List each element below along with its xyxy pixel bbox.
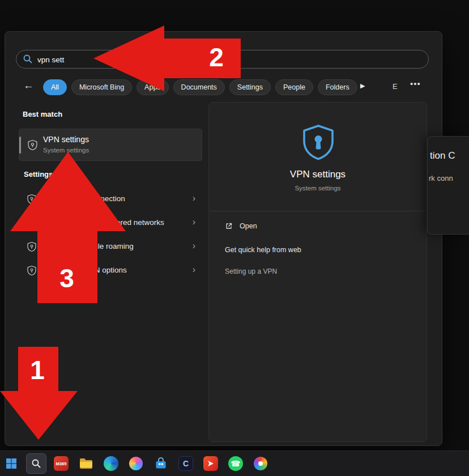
whatsapp-icon: ☎ xyxy=(228,456,243,471)
web-help-link[interactable]: Setting up a VPN xyxy=(225,267,277,275)
taskbar-file-explorer[interactable] xyxy=(76,453,96,474)
taskbar-whatsapp[interactable]: ☎ xyxy=(225,453,246,474)
tab-partial[interactable]: E xyxy=(393,82,398,91)
taskbar-microsoft-store[interactable] xyxy=(151,453,171,474)
annotation-number-2: 2 xyxy=(204,42,229,73)
taskbar-microsoft-365[interactable]: M365 xyxy=(51,453,71,474)
taskbar-edge[interactable] xyxy=(101,453,121,474)
desktop: ← All Microsoft Bing Apps Documents Sett… xyxy=(0,0,469,476)
chevron-right-icon: › xyxy=(193,194,195,203)
best-match-heading: Best match xyxy=(23,110,62,118)
preview-title: VPN settings xyxy=(209,169,427,180)
microsoft-365-icon: M365 xyxy=(54,456,69,471)
background-window-fragment: tion C rk conn xyxy=(427,136,469,235)
store-bag-icon xyxy=(154,457,168,470)
open-action[interactable]: Open xyxy=(225,221,257,231)
background-window-text: rk conn xyxy=(429,174,453,182)
taskbar: M365 xyxy=(0,450,469,476)
windows-logo-icon xyxy=(6,458,17,469)
tab-folders[interactable]: Folders xyxy=(318,79,357,95)
preview-pane: VPN settings System settings Open Get qu… xyxy=(208,102,427,442)
tab-scroll-next-icon[interactable]: ▶ xyxy=(360,82,365,90)
taskbar-red-arrow-app[interactable] xyxy=(201,453,221,474)
preview-subtitle: System settings xyxy=(209,185,427,192)
chevron-right-icon: › xyxy=(193,265,195,274)
chevron-right-icon: › xyxy=(193,218,195,227)
search-icon xyxy=(23,54,33,64)
taskbar-copilot[interactable] xyxy=(126,453,146,474)
web-help-heading: Get quick help from web xyxy=(225,246,301,254)
back-button[interactable]: ← xyxy=(23,79,34,92)
folder-icon xyxy=(79,456,93,471)
best-match-title: VPN settings xyxy=(43,135,89,144)
photos-icon xyxy=(254,457,267,470)
open-external-icon xyxy=(225,222,233,230)
shield-icon xyxy=(28,139,37,151)
open-label: Open xyxy=(240,222,257,230)
annotation-number-3: 3 xyxy=(54,263,79,294)
divider xyxy=(210,211,426,211)
taskbar-clipchamp[interactable]: C xyxy=(176,453,196,474)
background-window-text: tion C xyxy=(430,150,455,162)
clipchamp-icon: C xyxy=(178,456,193,471)
tab-all[interactable]: All xyxy=(43,79,67,95)
red-arrow-app-icon xyxy=(203,456,218,471)
edge-browser-icon xyxy=(104,456,118,471)
vpn-shield-lock-icon xyxy=(301,124,335,160)
search-icon xyxy=(31,458,41,469)
taskbar-search-button[interactable] xyxy=(26,453,46,474)
start-button[interactable] xyxy=(1,453,22,474)
taskbar-apps: M365 xyxy=(1,453,271,474)
chevron-right-icon: › xyxy=(193,241,195,250)
taskbar-photos[interactable] xyxy=(250,453,271,474)
copilot-icon xyxy=(129,457,143,470)
annotation-number-1: 1 xyxy=(25,355,50,385)
more-options-icon[interactable]: ••• xyxy=(410,79,421,88)
tab-people[interactable]: People xyxy=(275,79,313,95)
